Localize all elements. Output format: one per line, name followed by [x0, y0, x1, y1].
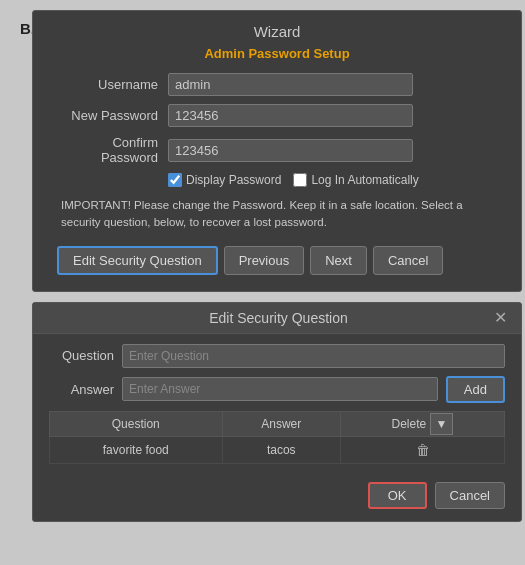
- table-row: favorite food tacos 🗑: [50, 436, 505, 463]
- log-in-auto-label: Log In Automatically: [311, 173, 418, 187]
- ok-button[interactable]: OK: [368, 482, 427, 509]
- answer-input[interactable]: [122, 377, 438, 401]
- confirm-password-label: Confirm Password: [53, 135, 168, 165]
- wizard-panel: Wizard Admin Password Setup Username New…: [32, 10, 522, 292]
- question-label: Question: [49, 348, 114, 363]
- username-label: Username: [53, 77, 168, 92]
- dialog-header: Edit Security Question ✕: [33, 303, 521, 334]
- col-question: Question: [50, 411, 223, 436]
- delete-dropdown-arrow[interactable]: ▼: [430, 413, 454, 435]
- next-button[interactable]: Next: [310, 246, 367, 275]
- edit-security-button[interactable]: Edit Security Question: [57, 246, 218, 275]
- delete-icon[interactable]: 🗑: [416, 442, 430, 458]
- dialog-footer: OK Cancel: [33, 474, 521, 509]
- display-password-label: Display Password: [186, 173, 281, 187]
- answer-row: Answer Add: [49, 376, 505, 403]
- previous-button[interactable]: Previous: [224, 246, 305, 275]
- new-password-row: New Password: [53, 104, 501, 127]
- log-in-auto-checkbox[interactable]: [293, 173, 307, 187]
- log-in-auto-item: Log In Automatically: [293, 173, 418, 187]
- col-answer: Answer: [222, 411, 340, 436]
- security-table: Question Answer Delete ▼ favorite food t…: [49, 411, 505, 464]
- col-delete: Delete ▼: [341, 411, 505, 436]
- answer-label: Answer: [49, 382, 114, 397]
- wizard-subtitle: Admin Password Setup: [53, 46, 501, 61]
- dialog-body: Question Answer Add Question Answer De: [33, 334, 521, 474]
- add-button[interactable]: Add: [446, 376, 505, 403]
- display-password-item: Display Password: [168, 173, 281, 187]
- username-input[interactable]: [168, 73, 413, 96]
- new-password-label: New Password: [53, 108, 168, 123]
- dialog-cancel-button[interactable]: Cancel: [435, 482, 505, 509]
- row-delete: 🗑: [341, 436, 505, 463]
- row-answer: tacos: [222, 436, 340, 463]
- display-password-checkbox[interactable]: [168, 173, 182, 187]
- checkbox-row: Display Password Log In Automatically: [168, 173, 501, 187]
- username-row: Username: [53, 73, 501, 96]
- question-input[interactable]: [122, 344, 505, 368]
- row-question: favorite food: [50, 436, 223, 463]
- wizard-buttons: Edit Security Question Previous Next Can…: [57, 246, 501, 275]
- question-row: Question: [49, 344, 505, 368]
- dialog-close-button[interactable]: ✕: [492, 310, 509, 326]
- dialog-title: Edit Security Question: [65, 310, 492, 326]
- new-password-input[interactable]: [168, 104, 413, 127]
- important-text: IMPORTANT! Please change the Password. K…: [61, 197, 501, 232]
- confirm-password-row: Confirm Password: [53, 135, 501, 165]
- wizard-title: Wizard: [53, 23, 501, 40]
- confirm-password-input[interactable]: [168, 139, 413, 162]
- edit-security-dialog: Edit Security Question ✕ Question Answer…: [32, 302, 522, 522]
- wizard-cancel-button[interactable]: Cancel: [373, 246, 443, 275]
